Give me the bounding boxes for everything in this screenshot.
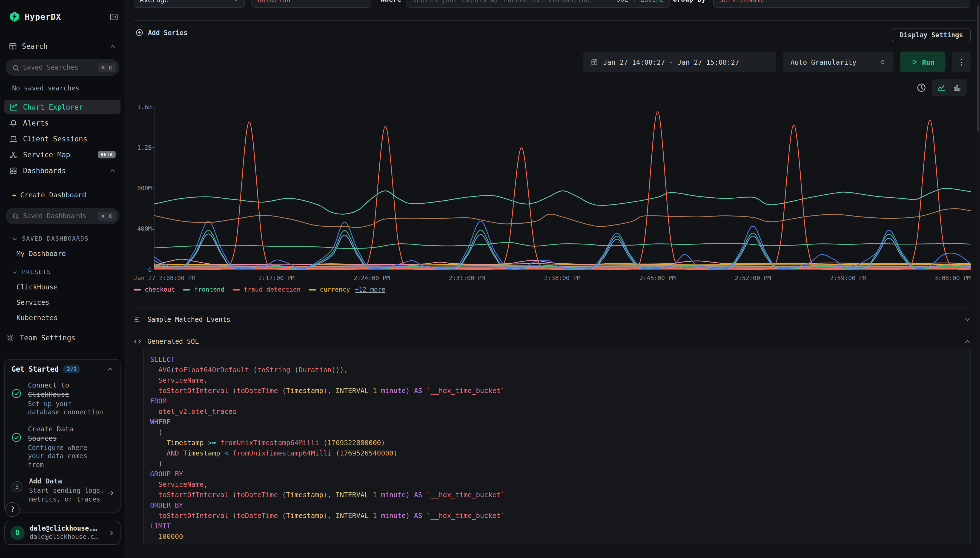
chart-type-toggle — [932, 79, 967, 96]
saved-dashboards-input[interactable] — [23, 212, 94, 220]
chevron-right-icon — [108, 530, 115, 536]
get-started-title: Get Started — [11, 365, 59, 373]
scrollbar-thumb[interactable] — [977, 5, 980, 131]
series-frontend — [154, 188, 971, 214]
aggregation-select[interactable]: Average — [134, 0, 245, 8]
x-axis-label: 2:31:00 PM — [449, 275, 485, 282]
scrollbar-track[interactable] — [977, 0, 980, 558]
sidebar-item-team-settings[interactable]: Team Settings — [0, 334, 125, 342]
search-icon — [12, 64, 19, 71]
sidebar-item-alerts[interactable]: Alerts — [4, 116, 121, 130]
y-axis-label: 400M — [134, 226, 152, 233]
granularity-select[interactable]: Auto Granularity — [783, 51, 893, 72]
get-started-task[interactable]: Connect to ClickHouse Set up your databa… — [11, 381, 113, 417]
sidebar-item-label: Chart Explorer — [23, 103, 83, 111]
more-options-button[interactable]: ⋮ — [952, 51, 971, 72]
get-started-progress-badge: 2/3 — [63, 365, 80, 373]
get-started-task[interactable]: Create Data Sources Configure where your… — [11, 425, 113, 469]
main-area: Average Duration Where Search your event… — [126, 0, 980, 558]
sidebar-nav: Chart Explorer Alerts Client Sessions Se… — [0, 100, 125, 177]
plus-circle-icon — [135, 28, 144, 37]
mode-sql-label[interactable]: SQL — [617, 0, 628, 3]
task-title: Create Data Sources — [28, 425, 106, 443]
sidebar-collapse-icon[interactable] — [110, 12, 118, 21]
field-input[interactable]: Duration — [252, 0, 371, 8]
group-by-label: Group By — [673, 0, 705, 8]
dashboard-item[interactable]: Services — [0, 298, 125, 307]
legend-label: checkout — [145, 286, 175, 293]
aggregation-value: Average — [140, 0, 169, 3]
add-series-button[interactable]: Add Series — [135, 28, 188, 37]
search-icon — [12, 212, 19, 220]
legend-item[interactable]: currency — [309, 286, 350, 293]
sidebar-item-chart-explorer[interactable]: Chart Explorer — [4, 100, 121, 114]
user-menu[interactable]: D dale@clickhouse.… dale@clickhouse.c… — [4, 521, 121, 545]
divider — [134, 307, 971, 307]
user-name: dale@clickhouse.… — [29, 525, 98, 533]
saved-searches-search[interactable]: ⌘ K — [5, 59, 119, 75]
granularity-value: Auto Granularity — [790, 58, 856, 66]
chevron-up-icon[interactable] — [110, 167, 116, 174]
beta-badge: BETA — [98, 151, 116, 158]
x-axis-label: 2:59:00 PM — [830, 275, 866, 282]
chevron-up-icon[interactable] — [964, 338, 971, 345]
sidebar-item-client-sessions[interactable]: Client Sessions — [4, 131, 121, 146]
chevron-down-icon[interactable] — [964, 316, 971, 323]
avatar: D — [10, 526, 25, 540]
sidebar-section-search[interactable]: Search — [0, 42, 125, 51]
sample-events-section[interactable]: Sample Matched Events — [134, 310, 971, 329]
play-icon — [911, 59, 918, 65]
chevron-down-icon — [12, 236, 18, 241]
group-by-input[interactable]: ServiceName — [713, 0, 970, 8]
display-settings-button[interactable]: Display Settings — [892, 28, 971, 42]
mode-lucene-label[interactable]: Lucene — [640, 0, 664, 3]
chart-legend: checkout frontend fraud-detection curren… — [134, 286, 385, 293]
service-map-icon — [9, 151, 18, 159]
x-axis-label: Jan 27 2:08:00 PM — [134, 275, 195, 282]
create-dashboard-button[interactable]: + Create Dashboard — [0, 191, 125, 199]
query-mode-toggle[interactable]: SQL | Lucene — [617, 0, 664, 3]
search-query-input[interactable]: Search your events w/ Lucene ex: column:… — [406, 0, 670, 8]
chevron-up-icon[interactable] — [107, 366, 113, 373]
legend-item[interactable]: frontend — [183, 286, 224, 293]
chart-controls: Jan 27 14:08:27 - Jan 27 15:08:27 Auto G… — [583, 51, 971, 72]
sidebar-item-dashboards[interactable]: Dashboards — [4, 163, 121, 177]
legend-more-link[interactable]: +12 more — [355, 286, 385, 293]
clock-icon[interactable] — [916, 82, 926, 92]
generated-sql-section[interactable]: Generated SQL — [134, 332, 971, 351]
arrow-right-icon — [106, 489, 115, 497]
legend-label: currency — [320, 286, 350, 293]
chevron-up-icon[interactable] — [110, 43, 116, 49]
get-started-task[interactable]: 3Add Data Start sending logs, metrics, o… — [11, 477, 113, 504]
task-description: Start sending logs, metrics, or traces — [29, 487, 106, 504]
timeseries-chart[interactable]: 1.6B1.2B800M400M0Jan 27 2:08:00 PM2:17:0… — [134, 107, 971, 296]
bar-chart-icon[interactable] — [952, 83, 961, 92]
run-button[interactable]: Run — [900, 51, 946, 72]
dashboard-item[interactable]: ClickHouse — [0, 283, 125, 291]
time-range-value: Jan 27 14:08:27 - Jan 27 15:08:27 — [603, 58, 739, 66]
saved-dashboards-search[interactable]: ⌘ K — [5, 208, 119, 224]
dashboard-group-label[interactable]: PRESETS — [0, 269, 125, 276]
y-axis-label: 800M — [134, 185, 152, 192]
search-panel-icon — [9, 42, 17, 51]
sql-code-block[interactable]: SELECT AVG(toFloat64OrDefault (toString … — [143, 349, 971, 544]
dashboard-group-label[interactable]: SAVED DASHBOARDS — [0, 235, 125, 242]
task-title: Connect to ClickHouse — [28, 381, 106, 400]
legend-item[interactable]: fraud-detection — [233, 286, 301, 293]
sidebar-item-service-map[interactable]: Service MapBETA — [4, 148, 121, 162]
get-started-card: Get Started 2/3 Connect to ClickHouse Se… — [4, 359, 121, 512]
time-range-picker[interactable]: Jan 27 14:08:27 - Jan 27 15:08:27 — [583, 51, 776, 72]
page: HyperDX Search ⌘ K No saved searches — [0, 0, 980, 558]
line-chart-icon[interactable] — [937, 83, 946, 92]
saved-searches-input[interactable] — [23, 64, 94, 71]
check-circle-icon — [11, 432, 21, 442]
dashboard-item[interactable]: My Dashboard — [0, 249, 125, 258]
y-axis-label: 1.2B — [134, 144, 152, 151]
dashboard-item[interactable]: Kubernetes — [0, 313, 125, 322]
legend-item[interactable]: checkout — [134, 286, 175, 293]
group-by-value: ServiceName — [719, 0, 765, 3]
help-button[interactable]: ? — [5, 502, 20, 517]
search-query-placeholder: Search your events w/ Lucene ex: column:… — [412, 0, 590, 3]
saved-dashboards-shortcut: ⌘ K — [98, 211, 116, 221]
chart-explorer-icon — [9, 103, 18, 111]
